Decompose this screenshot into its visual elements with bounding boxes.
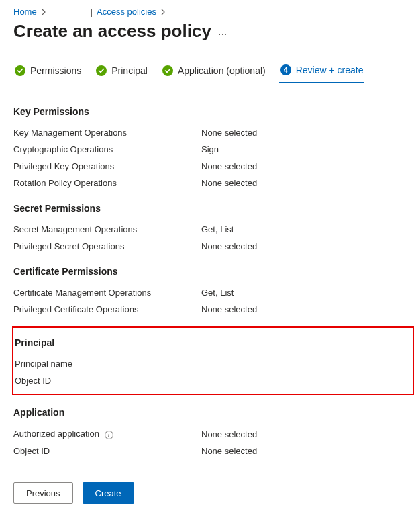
- permission-label: Privileged Certificate Operations: [13, 304, 201, 314]
- app-object-id-label: Object ID: [13, 446, 201, 456]
- section-title: Application: [13, 407, 401, 418]
- application-row: Authorized application i None selected: [13, 429, 401, 439]
- check-circle-icon: [15, 65, 25, 76]
- permission-row: Privileged Certificate Operations None s…: [13, 304, 401, 314]
- permission-row: Certificate Management Operations Get, L…: [13, 287, 401, 298]
- breadcrumb: Home | Access policies: [13, 7, 401, 17]
- tab-label: Principal: [111, 65, 148, 76]
- tab-label: Review + create: [296, 64, 364, 75]
- info-icon[interactable]: i: [105, 431, 113, 439]
- wizard-footer: Previous Create: [0, 474, 414, 516]
- section-secret-permissions: Secret Permissions Secret Management Ope…: [13, 203, 401, 251]
- principal-row: Principal name: [13, 359, 406, 369]
- permission-row: Privileged Secret Operations None select…: [13, 241, 401, 251]
- tab-label: Application (optional): [178, 65, 266, 76]
- application-row: Object ID None selected: [13, 446, 401, 456]
- permission-value: None selected: [201, 128, 257, 138]
- tab-permissions[interactable]: Permissions: [13, 60, 83, 83]
- permission-value: None selected: [201, 161, 257, 171]
- chevron-right-icon: [41, 8, 46, 16]
- object-id-label: Object ID: [15, 375, 203, 386]
- section-application: Application Authorized application i Non…: [13, 407, 401, 456]
- permission-value: None selected: [201, 241, 257, 251]
- permission-row: Rotation Policy Operations None selected: [13, 178, 401, 188]
- permission-row: Cryptographic Operations Sign: [13, 144, 401, 154]
- more-actions-icon[interactable]: …: [218, 26, 228, 37]
- section-title: Principal: [15, 337, 406, 348]
- tab-principal[interactable]: Principal: [95, 60, 149, 83]
- authorized-application-label: Authorized application i: [13, 429, 201, 439]
- permission-value: None selected: [201, 304, 257, 314]
- breadcrumb-access-policies[interactable]: Access policies: [97, 7, 156, 17]
- section-title: Key Permissions: [13, 106, 401, 117]
- previous-button[interactable]: Previous: [13, 482, 73, 504]
- section-key-permissions: Key Permissions Key Management Operation…: [13, 106, 401, 188]
- permission-label: Key Management Operations: [13, 128, 201, 138]
- breadcrumb-home[interactable]: Home: [13, 7, 37, 17]
- permission-value: Get, List: [201, 224, 234, 234]
- create-button[interactable]: Create: [83, 482, 134, 504]
- tab-label: Permissions: [30, 65, 81, 76]
- breadcrumb-separator: |: [91, 7, 93, 17]
- permission-label: Certificate Management Operations: [13, 287, 201, 298]
- highlighted-principal-section: Principal Principal name Object ID: [12, 326, 414, 395]
- permission-label: Privileged Key Operations: [13, 161, 201, 171]
- permission-value: Get, List: [201, 287, 234, 298]
- permission-value: None selected: [201, 178, 257, 188]
- principal-name-label: Principal name: [15, 359, 203, 369]
- section-title: Secret Permissions: [13, 203, 401, 214]
- permission-value: Sign: [201, 144, 219, 154]
- permission-label: Rotation Policy Operations: [13, 178, 201, 188]
- authorized-application-value: None selected: [201, 429, 257, 439]
- permission-row: Secret Management Operations Get, List: [13, 224, 401, 234]
- wizard-tabs: Permissions Principal Application (optio…: [13, 60, 401, 83]
- chevron-right-icon: [160, 8, 166, 16]
- permission-label: Privileged Secret Operations: [13, 241, 201, 251]
- page-title: Create an access policy: [13, 21, 211, 42]
- permission-row: Key Management Operations None selected: [13, 128, 401, 138]
- check-circle-icon: [96, 65, 107, 76]
- section-title: Certificate Permissions: [13, 266, 401, 277]
- app-object-id-value: None selected: [201, 446, 257, 456]
- permission-label: Cryptographic Operations: [13, 144, 201, 154]
- permission-row: Privileged Key Operations None selected: [13, 161, 401, 171]
- check-circle-icon: [162, 65, 173, 76]
- tab-application[interactable]: Application (optional): [161, 60, 267, 83]
- permission-label: Secret Management Operations: [13, 224, 201, 234]
- principal-row: Object ID: [13, 375, 406, 386]
- section-certificate-permissions: Certificate Permissions Certificate Mana…: [13, 266, 401, 314]
- tab-review-create[interactable]: 4 Review + create: [279, 60, 365, 83]
- step-number-icon: 4: [280, 64, 291, 75]
